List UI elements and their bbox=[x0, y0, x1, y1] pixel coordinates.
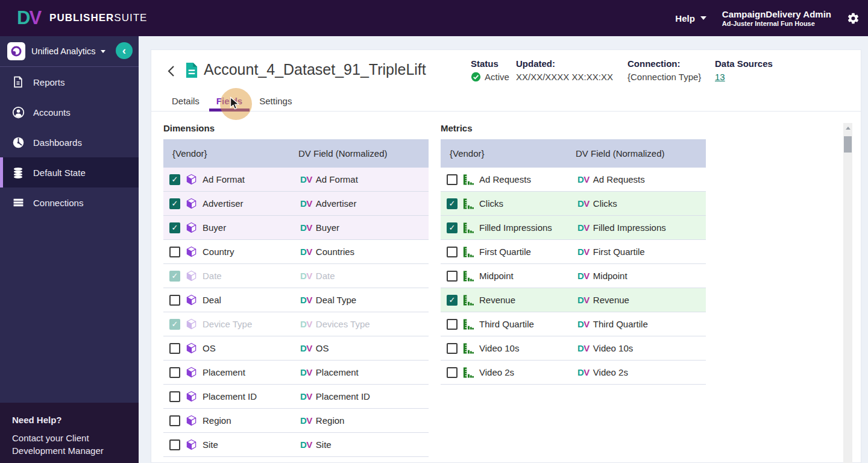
scrollbar-up-arrow[interactable] bbox=[846, 127, 851, 130]
table-row-first-quartile[interactable]: First QuartileDVFirst Quartile bbox=[441, 240, 706, 264]
row-checkbox[interactable]: ✓ bbox=[447, 222, 458, 233]
vendor-field-label: Placement bbox=[203, 367, 245, 377]
table-row-date[interactable]: ✓DateDVDate bbox=[163, 264, 429, 288]
row-checkbox[interactable]: ✓ bbox=[169, 174, 180, 185]
dimension-cube-icon bbox=[186, 415, 197, 426]
reports-icon bbox=[12, 76, 25, 88]
metric-chart-icon bbox=[463, 343, 474, 354]
table-row-advertiser[interactable]: ✓AdvertiserDVAdvertiser bbox=[163, 192, 429, 216]
gear-icon[interactable] bbox=[847, 12, 860, 25]
sidebar-item-dashboards[interactable]: Dashboards bbox=[0, 127, 139, 157]
dv-mini-logo: DV bbox=[300, 319, 312, 329]
dv-field-label: Video 2s bbox=[593, 367, 628, 377]
table-row-site[interactable]: SiteDVSite bbox=[163, 433, 429, 457]
table-row-ad-format[interactable]: ✓Ad FormatDVAd Format bbox=[163, 168, 429, 192]
table-row-midpoint[interactable]: MidpointDVMidpoint bbox=[441, 264, 706, 288]
table-row-filled-impressions[interactable]: ✓Filled ImpressionsDVFilled Impressions bbox=[441, 216, 706, 240]
row-checkbox[interactable]: ✓ bbox=[169, 222, 180, 233]
logo-letter-v: V bbox=[29, 7, 42, 29]
dv-field-label: Midpoint bbox=[593, 271, 627, 281]
metrics-table: {Vendor} DV Field (Normalized) Ad Reques… bbox=[441, 139, 706, 385]
status-check-icon bbox=[471, 72, 481, 82]
row-checkbox[interactable] bbox=[447, 271, 458, 282]
vendor-field-label: Third Quartile bbox=[479, 319, 534, 329]
table-row-video-2s[interactable]: Video 2sDVVideo 2s bbox=[441, 361, 706, 385]
row-checkbox[interactable]: ✓ bbox=[447, 198, 458, 209]
table-row-ad-requests[interactable]: Ad RequestsDVAd Requests bbox=[441, 168, 706, 192]
row-checkbox[interactable]: ✓ bbox=[447, 295, 458, 306]
dv-mini-logo: DV bbox=[300, 174, 312, 184]
sidebar-item-reports[interactable]: Reports bbox=[0, 67, 139, 97]
database-icon bbox=[12, 166, 25, 179]
dv-field-label: Filled Impressions bbox=[593, 222, 666, 233]
table-row-deal[interactable]: DealDVDeal Type bbox=[163, 288, 429, 312]
table-row-clicks[interactable]: ✓ClicksDVClicks bbox=[441, 192, 706, 216]
back-button[interactable] bbox=[166, 63, 177, 79]
need-help-title: Need Help? bbox=[12, 415, 127, 425]
row-checkbox[interactable] bbox=[447, 343, 458, 354]
table-row-country[interactable]: CountryDVCountries bbox=[163, 240, 429, 264]
vendor-field-label: Placement ID bbox=[203, 391, 257, 402]
table-row-video-10s[interactable]: Video 10sDVVideo 10s bbox=[441, 336, 706, 361]
row-checkbox[interactable] bbox=[447, 174, 458, 185]
mouse-cursor-icon bbox=[230, 96, 241, 113]
metrics-table-body: Ad RequestsDVAd Requests✓ClicksDVClicks✓… bbox=[441, 168, 706, 385]
metric-chart-icon bbox=[463, 295, 474, 306]
dv-field-label: Advertiser bbox=[316, 198, 357, 209]
table-row-third-quartile[interactable]: Third QuartileDVThird Quartile bbox=[441, 312, 706, 336]
dimensions-title: Dimensions bbox=[163, 123, 215, 133]
table-row-region[interactable]: RegionDVRegion bbox=[163, 409, 429, 433]
data-sources-link[interactable]: 13 bbox=[715, 72, 725, 82]
table-row-placement[interactable]: PlacementDVPlacement bbox=[163, 361, 429, 385]
table-row-placement-id[interactable]: Placement IDDVPlacement ID bbox=[163, 385, 429, 409]
updated-block: Updated: XX/XX/XXXX XX:XX:XX bbox=[516, 58, 613, 82]
vendor-field-label: Buyer bbox=[203, 222, 226, 233]
metrics-table-header: {Vendor} DV Field (Normalized) bbox=[441, 139, 706, 168]
dv-field-label: Clicks bbox=[593, 198, 617, 209]
row-checkbox[interactable] bbox=[169, 391, 180, 402]
row-checkbox[interactable] bbox=[169, 343, 180, 354]
dv-field-label: Video 10s bbox=[593, 343, 633, 353]
vendor-field-label: Clicks bbox=[479, 198, 503, 209]
tab-settings[interactable]: Settings bbox=[252, 91, 299, 111]
help-menu[interactable]: Help bbox=[675, 13, 706, 24]
row-checkbox[interactable] bbox=[447, 319, 458, 330]
row-checkbox[interactable] bbox=[169, 295, 180, 306]
row-checkbox[interactable] bbox=[169, 415, 180, 426]
dv-field-column-header: DV Field (Normalized) bbox=[291, 148, 388, 159]
row-checkbox[interactable] bbox=[447, 367, 458, 378]
vendor-field-label: Country bbox=[203, 247, 234, 257]
connection-label: Connection: bbox=[627, 58, 701, 69]
logo-letter-d: D bbox=[17, 7, 29, 29]
metric-chart-icon bbox=[463, 222, 474, 233]
row-checkbox[interactable]: ✓ bbox=[169, 198, 180, 209]
vendor-field-label: Region bbox=[203, 415, 231, 426]
publishersuite-logo: DV PUBLISHERSUITE bbox=[17, 7, 147, 29]
sidebar-item-label: Accounts bbox=[33, 107, 71, 118]
dv-mini-logo: DV bbox=[300, 271, 312, 281]
table-row-buyer[interactable]: ✓BuyerDVBuyer bbox=[163, 216, 429, 240]
need-help-box: Need Help? Contact your Client Developme… bbox=[0, 403, 139, 463]
dimensions-table-body: ✓Ad FormatDVAd Format✓AdvertiserDVAdvert… bbox=[163, 168, 429, 457]
vendor-field-label: Revenue bbox=[479, 295, 515, 305]
row-checkbox[interactable] bbox=[447, 247, 458, 257]
table-row-revenue[interactable]: ✓RevenueDVRevenue bbox=[441, 288, 706, 312]
tab-details[interactable]: Details bbox=[165, 91, 207, 111]
sidebar-item-default-state[interactable]: Default State bbox=[0, 157, 139, 187]
product-switcher[interactable]: Unified Analytics ‹ bbox=[0, 36, 139, 66]
chevron-down-icon bbox=[101, 50, 105, 53]
vertical-scrollbar[interactable] bbox=[843, 123, 852, 463]
data-sources-label: Data Sources bbox=[715, 58, 773, 69]
sidebar-item-accounts[interactable]: Accounts bbox=[0, 97, 139, 127]
sidebar-item-connections[interactable]: Connections bbox=[0, 187, 139, 218]
data-sources-block: Data Sources 13 bbox=[715, 58, 773, 82]
product-label: Unified Analytics bbox=[31, 46, 95, 56]
scrollbar-thumb[interactable] bbox=[844, 136, 852, 153]
table-row-device-type[interactable]: ✓Device TypeDVDevices Type bbox=[163, 312, 429, 336]
table-row-os[interactable]: OSDVOS bbox=[163, 336, 429, 361]
row-checkbox[interactable] bbox=[169, 439, 180, 450]
row-checkbox[interactable] bbox=[169, 247, 180, 257]
connection-block: Connection: {Connection Type} bbox=[627, 58, 701, 82]
row-checkbox[interactable] bbox=[169, 367, 180, 378]
sidebar-collapse-button[interactable]: ‹ bbox=[116, 42, 133, 59]
